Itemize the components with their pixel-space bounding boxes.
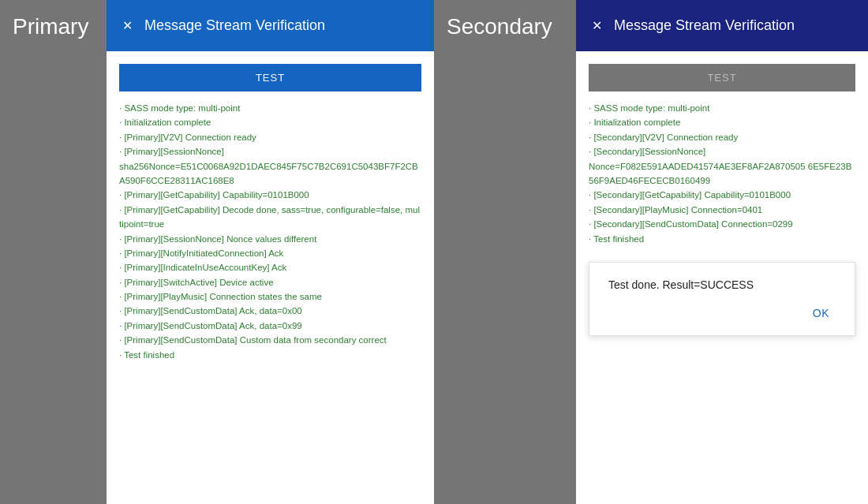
secondary-label: Secondary: [447, 14, 552, 39]
primary-label: Primary: [13, 14, 88, 39]
result-dialog-text: Test done. Result=SUCCESS: [608, 278, 836, 291]
left-close-icon[interactable]: ✕: [119, 18, 135, 34]
left-dialog-container: ✕ Message Stream Verification TEST · SAS…: [107, 0, 434, 504]
left-dialog-body: TEST · SASS mode type: multi-point · Ini…: [107, 51, 434, 504]
right-dialog-header: ✕ Message Stream Verification: [576, 0, 868, 51]
result-dialog: Test done. Result=SUCCESS OK: [589, 262, 855, 336]
right-log-text: · SASS mode type: multi-point · Initiali…: [589, 101, 855, 246]
right-close-icon[interactable]: ✕: [589, 18, 604, 34]
right-dialog-body: TEST · SASS mode type: multi-point · Ini…: [576, 51, 868, 504]
left-panel: Primary ✕ Message Stream Verification TE…: [0, 0, 434, 504]
left-dialog-header: ✕ Message Stream Verification: [107, 0, 434, 51]
secondary-label-area: Secondary: [434, 0, 576, 504]
right-dialog-container: ✕ Message Stream Verification TEST · SAS…: [576, 0, 868, 504]
right-test-button: TEST: [589, 64, 855, 91]
ok-button[interactable]: OK: [806, 304, 836, 323]
right-panel: Secondary ✕ Message Stream Verification …: [434, 0, 868, 504]
primary-label-area: Primary: [0, 0, 107, 504]
left-dialog-title: Message Stream Verification: [144, 17, 325, 34]
left-dialog: ✕ Message Stream Verification TEST · SAS…: [107, 0, 434, 504]
left-log-text: · SASS mode type: multi-point · Initiali…: [119, 101, 421, 362]
right-dialog-title: Message Stream Verification: [614, 17, 795, 34]
result-dialog-actions: OK: [608, 304, 836, 323]
left-test-button[interactable]: TEST: [119, 64, 421, 91]
right-dialog: ✕ Message Stream Verification TEST · SAS…: [576, 0, 868, 504]
